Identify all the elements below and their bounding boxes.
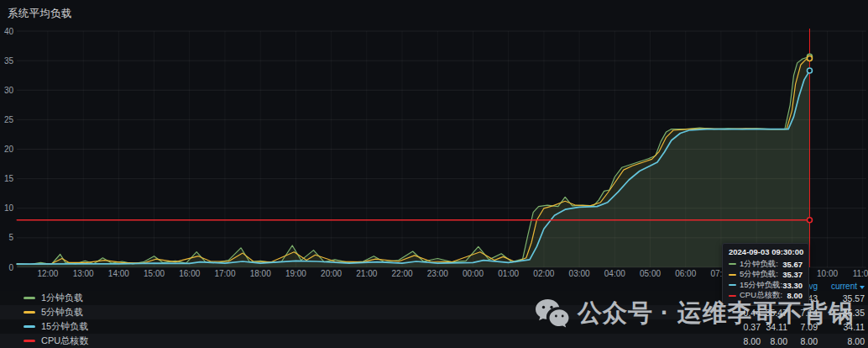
legend-value-current: 35.57 <box>818 293 865 303</box>
x-axis-tick: 11:00 <box>853 269 868 278</box>
series-endpoint-dot <box>807 218 812 223</box>
tooltip-row: CPU总核数:8.00 <box>729 291 803 302</box>
tooltip-series-color-icon <box>729 263 736 265</box>
legend-row: 15分钟负载0.3734.117.0934.11 <box>0 319 868 334</box>
y-axis-tick: 20 <box>4 145 14 154</box>
legend-series-color-icon <box>24 340 35 342</box>
x-axis-tick: 23:00 <box>427 269 448 278</box>
legend-series-label[interactable]: CPU总核数 <box>41 335 722 347</box>
x-axis-tick: 14:00 <box>108 269 129 278</box>
x-axis-tick: 18:00 <box>250 269 271 278</box>
legend-series-label[interactable]: 15分钟负载 <box>41 320 722 333</box>
legend-row: CPU总核数8.008.008.008.00 <box>0 334 868 348</box>
tooltip-series-value: 33.30 <box>782 281 803 290</box>
x-axis-tick: 12:00 <box>37 269 58 278</box>
tooltip-rows: 1分钟负载:35.675分钟负载:35.3715分钟负载:33.30CPU总核数… <box>729 259 803 301</box>
tooltip-series-color-icon <box>729 274 736 276</box>
x-axis-tick: 19:00 <box>285 269 306 278</box>
legend-value-avg: 8.00 <box>787 336 818 346</box>
x-axis-tick: 13:00 <box>73 269 94 278</box>
x-axis-tick: 02:00 <box>533 269 554 278</box>
y-axis-tick: 30 <box>4 86 14 95</box>
x-axis-tick: 10:00 <box>817 269 838 278</box>
legend-value-min: 0.37 <box>722 322 761 332</box>
y-axis-tick: 0 <box>8 263 13 272</box>
legend-series-label[interactable]: 5分钟负载 <box>41 306 722 319</box>
series-endpoint-dot <box>807 68 812 73</box>
tooltip-series-label: 1分钟负载: <box>740 259 782 270</box>
sort-caret-icon <box>860 286 865 289</box>
x-axis-tick: 04:00 <box>604 269 625 278</box>
legend-value-min: 8.00 <box>722 336 761 346</box>
legend-series-color-icon <box>24 297 35 299</box>
x-axis-tick: 03:00 <box>569 269 590 278</box>
legend-value-avg: 7.14 <box>787 308 818 318</box>
x-axis-tick: 01:00 <box>498 269 519 278</box>
load-average-chart[interactable]: 051015202530354012:0013:0014:0015:0016:0… <box>0 0 868 281</box>
x-axis-tick: 05:00 <box>640 269 661 278</box>
y-axis-tick: 35 <box>4 56 14 66</box>
legend-value-avg: 7.09 <box>787 322 818 332</box>
tooltip-series-label: 5分钟负载: <box>740 269 782 280</box>
x-axis-tick: 20:00 <box>321 269 342 278</box>
tooltip-row: 5分钟负载:35.37 <box>729 270 803 281</box>
x-axis-tick: 00:00 <box>463 269 484 278</box>
tooltip-timestamp: 2024-09-03 09:30:00 <box>729 247 803 256</box>
y-axis-tick: 10 <box>4 203 14 213</box>
series-endpoint-dot <box>807 56 812 61</box>
legend-value-current: 34.11 <box>818 322 865 332</box>
legend-value-current: 35.35 <box>818 308 865 318</box>
legend-value-max: 8.00 <box>761 336 787 346</box>
legend-row: 5分钟负载0.4435.477.1435.35 <box>0 305 868 319</box>
grafana-panel: 系统平均负载 051015202530354012:0013:0014:0015… <box>0 0 868 348</box>
x-axis-tick: 15:00 <box>144 269 165 278</box>
chart-tooltip: 2024-09-03 09:30:00 1分钟负载:35.675分钟负载:35.… <box>722 243 809 306</box>
x-axis-tick: 06:00 <box>675 269 696 278</box>
x-axis-tick: 16:00 <box>179 269 200 278</box>
y-axis-tick: 40 <box>4 27 14 36</box>
tooltip-series-value: 8.00 <box>787 291 803 300</box>
tooltip-row: 1分钟负载:35.67 <box>729 259 803 270</box>
legend-col-current[interactable]: current <box>818 282 865 291</box>
legend-series-label[interactable]: 1分钟负载 <box>41 292 722 304</box>
tooltip-row: 15分钟负载:33.30 <box>729 280 803 291</box>
x-axis-tick: 22:00 <box>392 269 413 278</box>
tooltip-series-color-icon <box>729 284 736 286</box>
legend-value-min: 0.44 <box>722 308 761 318</box>
legend-series-color-icon <box>24 311 35 314</box>
x-axis-tick: 21:00 <box>356 269 377 278</box>
legend-value-max: 35.47 <box>761 308 787 318</box>
legend-value-max: 34.11 <box>761 322 787 332</box>
legend-col-current-label: current <box>831 282 857 291</box>
x-axis-tick: 17:00 <box>214 269 235 278</box>
legend-value-current: 8.00 <box>818 336 865 346</box>
tooltip-series-label: CPU总核数: <box>740 290 787 301</box>
tooltip-series-label: 15分钟负载: <box>740 280 782 291</box>
tooltip-series-color-icon <box>729 295 736 297</box>
tooltip-series-value: 35.67 <box>782 260 803 269</box>
legend-series-color-icon <box>24 325 35 328</box>
y-axis-tick: 5 <box>8 233 13 242</box>
y-axis-tick: 25 <box>4 115 14 124</box>
y-axis-tick: 15 <box>4 174 14 183</box>
tooltip-series-value: 35.37 <box>782 270 803 279</box>
